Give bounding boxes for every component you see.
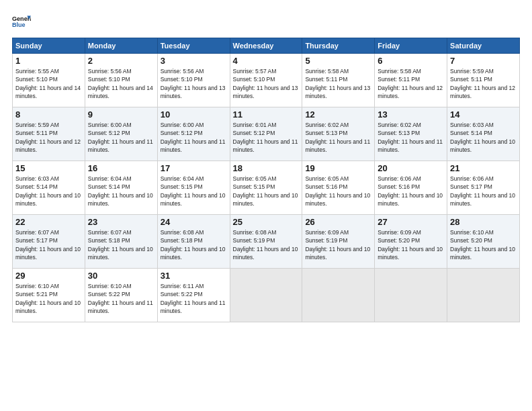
header: General Blue bbox=[12, 12, 520, 31]
day-info: Sunrise: 6:00 AMSunset: 5:12 PMDaylight:… bbox=[88, 122, 153, 153]
day-number: 15 bbox=[15, 163, 82, 173]
weekday-header-friday: Friday bbox=[375, 38, 447, 54]
day-info: Sunrise: 5:58 AMSunset: 5:11 PMDaylight:… bbox=[378, 68, 443, 99]
day-number: 11 bbox=[233, 109, 300, 120]
day-info: Sunrise: 6:07 AMSunset: 5:17 PMDaylight:… bbox=[15, 229, 81, 261]
calendar-week-row: 22 Sunrise: 6:07 AMSunset: 5:17 PMDaylig… bbox=[13, 215, 520, 269]
calendar-cell bbox=[302, 269, 375, 322]
day-info: Sunrise: 5:59 AMSunset: 5:11 PMDaylight:… bbox=[15, 122, 81, 153]
day-info: Sunrise: 5:58 AMSunset: 5:11 PMDaylight:… bbox=[305, 68, 370, 99]
day-number: 2 bbox=[88, 56, 154, 66]
day-number: 20 bbox=[378, 163, 444, 173]
calendar-cell: 8 Sunrise: 5:59 AMSunset: 5:11 PMDayligh… bbox=[13, 107, 85, 161]
calendar-cell: 20 Sunrise: 6:06 AMSunset: 5:16 PMDaylig… bbox=[375, 161, 447, 215]
logo-icon: General Blue bbox=[12, 12, 31, 31]
calendar-cell: 23 Sunrise: 6:07 AMSunset: 5:18 PMDaylig… bbox=[85, 215, 157, 269]
day-info: Sunrise: 6:03 AMSunset: 5:14 PMDaylight:… bbox=[15, 175, 81, 207]
day-info: Sunrise: 6:03 AMSunset: 5:14 PMDaylight:… bbox=[450, 122, 515, 153]
calendar-cell: 9 Sunrise: 6:00 AMSunset: 5:12 PMDayligh… bbox=[85, 107, 157, 161]
day-number: 10 bbox=[161, 109, 227, 120]
day-number: 17 bbox=[161, 163, 227, 173]
day-info: Sunrise: 5:59 AMSunset: 5:11 PMDaylight:… bbox=[450, 68, 515, 99]
calendar-cell: 6 Sunrise: 5:58 AMSunset: 5:11 PMDayligh… bbox=[375, 54, 447, 107]
day-info: Sunrise: 6:09 AMSunset: 5:20 PMDaylight:… bbox=[378, 229, 443, 261]
calendar-cell: 10 Sunrise: 6:00 AMSunset: 5:12 PMDaylig… bbox=[157, 107, 230, 161]
calendar-cell: 13 Sunrise: 6:02 AMSunset: 5:13 PMDaylig… bbox=[375, 107, 447, 161]
calendar-cell: 12 Sunrise: 6:02 AMSunset: 5:13 PMDaylig… bbox=[302, 107, 375, 161]
day-info: Sunrise: 5:57 AMSunset: 5:10 PMDaylight:… bbox=[233, 68, 298, 99]
calendar-cell: 4 Sunrise: 5:57 AMSunset: 5:10 PMDayligh… bbox=[230, 54, 302, 107]
day-number: 12 bbox=[305, 109, 371, 120]
day-number: 4 bbox=[233, 56, 300, 66]
day-info: Sunrise: 6:04 AMSunset: 5:14 PMDaylight:… bbox=[88, 175, 153, 207]
calendar-cell: 17 Sunrise: 6:04 AMSunset: 5:15 PMDaylig… bbox=[157, 161, 230, 215]
day-number: 29 bbox=[15, 271, 82, 281]
calendar-cell: 18 Sunrise: 6:05 AMSunset: 5:15 PMDaylig… bbox=[230, 161, 302, 215]
calendar-cell: 29 Sunrise: 6:10 AMSunset: 5:21 PMDaylig… bbox=[13, 269, 85, 322]
calendar-cell: 1 Sunrise: 5:55 AMSunset: 5:10 PMDayligh… bbox=[13, 54, 85, 107]
weekday-header-row: SundayMondayTuesdayWednesdayThursdayFrid… bbox=[13, 38, 520, 54]
calendar-cell: 27 Sunrise: 6:09 AMSunset: 5:20 PMDaylig… bbox=[375, 215, 447, 269]
day-info: Sunrise: 5:56 AMSunset: 5:10 PMDaylight:… bbox=[161, 68, 226, 99]
day-number: 28 bbox=[450, 217, 517, 227]
day-number: 8 bbox=[15, 109, 82, 120]
calendar-cell bbox=[230, 269, 302, 322]
calendar-week-row: 1 Sunrise: 5:55 AMSunset: 5:10 PMDayligh… bbox=[13, 54, 520, 107]
day-number: 13 bbox=[378, 109, 444, 120]
calendar-cell: 3 Sunrise: 5:56 AMSunset: 5:10 PMDayligh… bbox=[157, 54, 230, 107]
day-info: Sunrise: 6:10 AMSunset: 5:21 PMDaylight:… bbox=[15, 283, 81, 314]
day-number: 24 bbox=[161, 217, 227, 227]
weekday-header-sunday: Sunday bbox=[13, 38, 85, 54]
day-number: 25 bbox=[233, 217, 300, 227]
calendar-cell: 22 Sunrise: 6:07 AMSunset: 5:17 PMDaylig… bbox=[13, 215, 85, 269]
day-number: 26 bbox=[305, 217, 371, 227]
calendar-week-row: 29 Sunrise: 6:10 AMSunset: 5:21 PMDaylig… bbox=[13, 269, 520, 322]
calendar-cell bbox=[375, 269, 447, 322]
day-info: Sunrise: 6:00 AMSunset: 5:12 PMDaylight:… bbox=[161, 122, 226, 153]
day-info: Sunrise: 6:05 AMSunset: 5:16 PMDaylight:… bbox=[305, 175, 370, 207]
day-info: Sunrise: 6:05 AMSunset: 5:15 PMDaylight:… bbox=[233, 175, 298, 207]
calendar-cell: 19 Sunrise: 6:05 AMSunset: 5:16 PMDaylig… bbox=[302, 161, 375, 215]
calendar-cell: 25 Sunrise: 6:08 AMSunset: 5:19 PMDaylig… bbox=[230, 215, 302, 269]
day-number: 6 bbox=[378, 56, 444, 66]
day-info: Sunrise: 6:10 AMSunset: 5:22 PMDaylight:… bbox=[88, 283, 153, 314]
day-number: 21 bbox=[450, 163, 517, 173]
day-info: Sunrise: 6:02 AMSunset: 5:13 PMDaylight:… bbox=[305, 122, 370, 153]
weekday-header-monday: Monday bbox=[85, 38, 157, 54]
day-number: 18 bbox=[233, 163, 300, 173]
day-number: 7 bbox=[450, 56, 517, 66]
day-info: Sunrise: 6:08 AMSunset: 5:18 PMDaylight:… bbox=[161, 229, 226, 261]
day-number: 16 bbox=[88, 163, 154, 173]
day-info: Sunrise: 6:01 AMSunset: 5:12 PMDaylight:… bbox=[233, 122, 298, 153]
day-number: 27 bbox=[378, 217, 444, 227]
calendar-table: SundayMondayTuesdayWednesdayThursdayFrid… bbox=[12, 38, 520, 322]
day-info: Sunrise: 6:09 AMSunset: 5:19 PMDaylight:… bbox=[305, 229, 370, 261]
calendar-cell: 7 Sunrise: 5:59 AMSunset: 5:11 PMDayligh… bbox=[447, 54, 520, 107]
weekday-header-saturday: Saturday bbox=[447, 38, 520, 54]
day-info: Sunrise: 6:11 AMSunset: 5:22 PMDaylight:… bbox=[161, 283, 226, 314]
calendar-cell: 15 Sunrise: 6:03 AMSunset: 5:14 PMDaylig… bbox=[13, 161, 85, 215]
day-number: 9 bbox=[88, 109, 154, 120]
day-number: 14 bbox=[450, 109, 517, 120]
day-info: Sunrise: 6:06 AMSunset: 5:16 PMDaylight:… bbox=[378, 175, 443, 207]
day-info: Sunrise: 5:55 AMSunset: 5:10 PMDaylight:… bbox=[15, 68, 81, 99]
day-number: 19 bbox=[305, 163, 371, 173]
calendar-cell: 24 Sunrise: 6:08 AMSunset: 5:18 PMDaylig… bbox=[157, 215, 230, 269]
calendar-week-row: 15 Sunrise: 6:03 AMSunset: 5:14 PMDaylig… bbox=[13, 161, 520, 215]
svg-text:Blue: Blue bbox=[12, 21, 26, 28]
day-number: 30 bbox=[88, 271, 154, 281]
day-info: Sunrise: 6:10 AMSunset: 5:20 PMDaylight:… bbox=[450, 229, 515, 261]
day-info: Sunrise: 6:06 AMSunset: 5:17 PMDaylight:… bbox=[450, 175, 515, 207]
calendar-cell: 16 Sunrise: 6:04 AMSunset: 5:14 PMDaylig… bbox=[85, 161, 157, 215]
weekday-header-wednesday: Wednesday bbox=[230, 38, 302, 54]
day-info: Sunrise: 6:02 AMSunset: 5:13 PMDaylight:… bbox=[378, 122, 443, 153]
calendar-week-row: 8 Sunrise: 5:59 AMSunset: 5:11 PMDayligh… bbox=[13, 107, 520, 161]
calendar-cell: 21 Sunrise: 6:06 AMSunset: 5:17 PMDaylig… bbox=[447, 161, 520, 215]
calendar-cell: 28 Sunrise: 6:10 AMSunset: 5:20 PMDaylig… bbox=[447, 215, 520, 269]
day-number: 1 bbox=[15, 56, 82, 66]
day-info: Sunrise: 6:08 AMSunset: 5:19 PMDaylight:… bbox=[233, 229, 298, 261]
weekday-header-thursday: Thursday bbox=[302, 38, 375, 54]
day-number: 3 bbox=[161, 56, 227, 66]
calendar-cell: 26 Sunrise: 6:09 AMSunset: 5:19 PMDaylig… bbox=[302, 215, 375, 269]
day-number: 22 bbox=[15, 217, 82, 227]
